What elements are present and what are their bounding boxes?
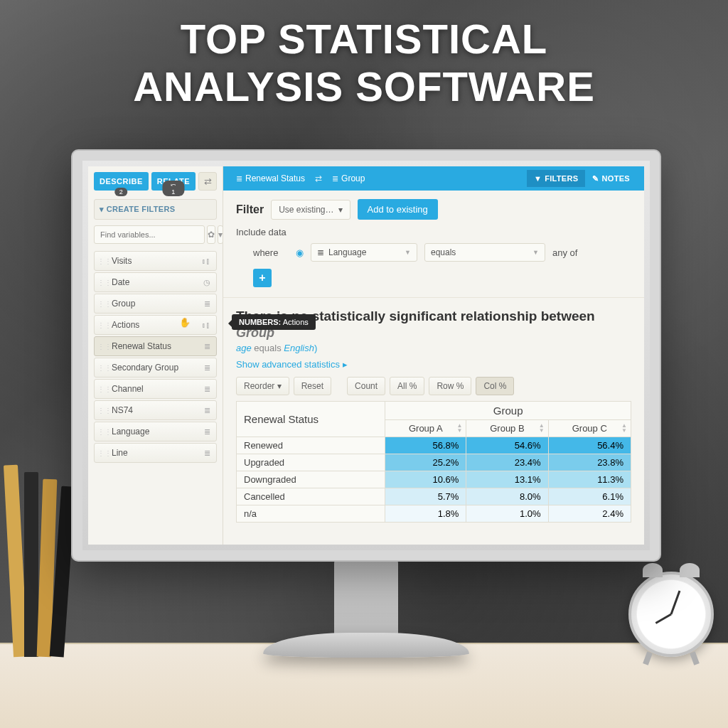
variable-item[interactable]: ⋮⋮NS74≣: [94, 400, 217, 420]
filters-button[interactable]: ▼FILTERS: [527, 170, 585, 187]
column-header[interactable]: Group A▲▼: [385, 419, 466, 437]
monitor-frame: DESCRIBE 2 RELATE ⤺ 1 ⇄ ▾ CREATE FILTERS…: [71, 149, 661, 562]
list-icon: ≣: [317, 247, 324, 257]
variable-name: Renewal Status: [107, 341, 204, 351]
gear-icon: ✿: [208, 230, 215, 240]
variable-name: Secondary Group: [107, 363, 204, 373]
search-dropdown-button[interactable]: ▾: [218, 225, 223, 244]
sort-icon: ▲▼: [621, 423, 627, 433]
filter-field-dropdown[interactable]: ≣ Language ▼: [311, 243, 417, 262]
variable-item[interactable]: ⋮⋮Channel≣: [94, 379, 217, 399]
any-of-label: any of: [552, 247, 577, 258]
reset-button[interactable]: Reset: [294, 377, 331, 395]
grip-icon: ⋮⋮: [97, 321, 107, 329]
table-corner: Renewal Status: [237, 401, 385, 437]
table-row: Upgraded25.2%23.4%23.8%: [237, 454, 631, 471]
variable-item[interactable]: ⋮⋮Visits⫾⫿: [94, 251, 217, 271]
chevron-down-icon: ▾: [338, 205, 343, 215]
add-condition-button[interactable]: +: [253, 269, 272, 287]
grip-icon: ⋮⋮: [97, 428, 107, 436]
search-input[interactable]: [94, 225, 205, 244]
main-panel: ≣ Renewal Status ⇄ ≣ Group ▼FILTERS ✎NOT…: [223, 166, 644, 545]
table-row: Downgraded10.6%13.1%11.3%: [237, 471, 631, 488]
data-cell: 10.6%: [385, 471, 466, 488]
column-header[interactable]: Group B▲▼: [466, 419, 548, 437]
data-cell: 6.1%: [548, 488, 631, 505]
list-icon: ≣: [204, 406, 210, 415]
grip-icon: ⋮⋮: [97, 279, 107, 287]
add-to-existing-button[interactable]: Add to existing: [358, 199, 438, 220]
grip-icon: ⋮⋮: [97, 364, 107, 372]
alarm-clock-decor: [628, 572, 714, 657]
list-icon: ≣: [204, 299, 210, 309]
col-pct-button[interactable]: Col %: [476, 377, 514, 395]
variable-name: Date: [107, 277, 203, 287]
variable-item[interactable]: ⋮⋮Group≣: [94, 294, 217, 314]
table-row: Cancelled5.7%8.0%6.1%: [237, 488, 631, 505]
variable-name: Group: [107, 299, 204, 309]
data-cell: 23.4%: [466, 454, 548, 471]
filter-icon: ▼: [534, 174, 542, 183]
row-label: Cancelled: [237, 488, 385, 505]
variable-item[interactable]: ⋮⋮Line≣: [94, 443, 217, 463]
variable-name: NS74: [107, 405, 204, 415]
data-cell: 1.8%: [385, 505, 466, 522]
grip-icon: ⋮⋮: [97, 407, 107, 414]
data-cell: 56.4%: [548, 437, 631, 454]
row-pct-button[interactable]: Row %: [429, 377, 471, 395]
list-icon: ≣: [204, 385, 210, 394]
group-header: Group: [385, 401, 631, 419]
crumb-swap-icon[interactable]: ⇄: [311, 173, 326, 183]
list-icon: ≣: [332, 174, 338, 183]
variable-tooltip: NUMBERS: Actions: [232, 314, 316, 330]
books-decor: [7, 458, 71, 657]
create-filters-button[interactable]: ▾ CREATE FILTERS: [94, 199, 217, 220]
list-icon: ≣: [204, 363, 210, 373]
variable-item[interactable]: ⋮⋮Language≣: [94, 422, 217, 441]
reorder-button[interactable]: Reorder ▾: [236, 377, 289, 395]
swap-button[interactable]: ⇄: [198, 172, 217, 191]
relate-badge: ⤺ 1: [162, 181, 184, 196]
where-label: where: [253, 247, 289, 258]
tab-relate[interactable]: RELATE ⤺ 1: [151, 172, 196, 191]
search-settings-button[interactable]: ✿: [207, 225, 215, 244]
variable-item[interactable]: ⋮⋮Secondary Group≣: [94, 358, 217, 378]
variable-item[interactable]: ⋮⋮Renewal Status≣: [94, 336, 217, 356]
variable-item[interactable]: ⋮⋮Date◷: [94, 272, 217, 292]
crumb-renewal-status[interactable]: ≣ Renewal Status: [230, 171, 311, 186]
data-cell: 54.6%: [466, 437, 548, 454]
list-icon: ≣: [204, 427, 210, 437]
filter-operator-dropdown[interactable]: equals ▼: [424, 243, 545, 262]
list-icon: ≣: [204, 342, 210, 351]
all-pct-button[interactable]: All %: [390, 377, 424, 395]
clock-icon: ◷: [203, 278, 210, 287]
grip-icon: ⋮⋮: [97, 343, 107, 350]
chart-icon: ⫾⫿: [202, 257, 210, 265]
use-existing-dropdown[interactable]: Use existing…▾: [271, 200, 350, 220]
count-button[interactable]: Count: [347, 377, 385, 395]
variable-item[interactable]: ⋮⋮Actions⫾⫿: [94, 315, 217, 335]
variable-name: Channel: [107, 384, 204, 394]
topbar: ≣ Renewal Status ⇄ ≣ Group ▼FILTERS ✎NOT…: [223, 166, 644, 191]
show-advanced-link[interactable]: Show advanced statistics▸: [236, 359, 348, 370]
data-cell: 11.3%: [548, 471, 631, 488]
chevron-down-icon: ▾: [218, 230, 223, 240]
sort-icon: ▲▼: [539, 423, 545, 433]
include-data-label: Include data: [236, 227, 631, 237]
crumb-group[interactable]: ≣ Group: [326, 171, 370, 186]
grip-icon: ⋮⋮: [97, 385, 107, 393]
app-screen: DESCRIBE 2 RELATE ⤺ 1 ⇄ ▾ CREATE FILTERS…: [88, 166, 644, 545]
list-icon: ≣: [236, 174, 242, 183]
chart-icon: ⫾⫿: [202, 321, 210, 329]
variable-name: Line: [107, 448, 204, 458]
notes-button[interactable]: ✎NOTES: [585, 170, 637, 188]
grip-icon: ⋮⋮: [97, 449, 107, 457]
sidebar: DESCRIBE 2 RELATE ⤺ 1 ⇄ ▾ CREATE FILTERS…: [88, 166, 223, 545]
row-label: Renewed: [237, 437, 385, 454]
variable-list: ⋮⋮Visits⫾⫿⋮⋮Date◷⋮⋮Group≣⋮⋮Actions⫾⫿⋮⋮Re…: [94, 251, 217, 463]
table-row: Renewed56.8%54.6%56.4%: [237, 437, 631, 454]
tab-describe[interactable]: DESCRIBE 2: [94, 172, 149, 191]
column-header[interactable]: Group C▲▼: [548, 419, 631, 437]
sort-icon: ▲▼: [456, 423, 462, 433]
data-cell: 8.0%: [466, 488, 548, 505]
